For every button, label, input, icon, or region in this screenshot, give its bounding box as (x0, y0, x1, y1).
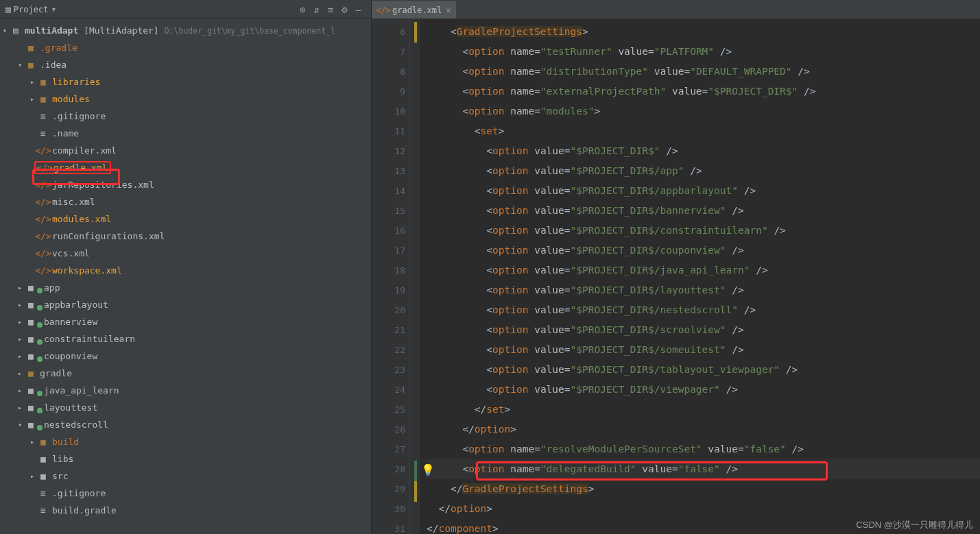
tree-item[interactable]: ▸■libraries (0, 73, 371, 90)
sort-icon[interactable]: ⇵ (313, 4, 319, 15)
code-line[interactable]: <option name="externalProjectPath" value… (427, 82, 980, 101)
code-line[interactable]: <GradleProjectSettings> (427, 22, 980, 42)
tree-item[interactable]: ≡.gitignore (0, 108, 371, 125)
code-line[interactable]: </set> (427, 400, 980, 420)
tree-item[interactable]: </>jarRepositories.xml (0, 176, 371, 193)
tree-item[interactable]: ≡.gitignore (0, 485, 371, 502)
tree-item[interactable]: </>workspace.xml (0, 262, 371, 279)
tree-item[interactable]: ▸■java_api_learn (0, 382, 371, 399)
tree-item[interactable]: ▾■nestedscroll (0, 416, 371, 433)
code-area: 6789101112131415161718192021222324252627… (372, 19, 980, 534)
tree-item[interactable]: </>gradle.xml (0, 159, 371, 176)
tree-item[interactable]: </>vcs.xml (0, 245, 371, 262)
code-line[interactable]: </option> (427, 499, 980, 519)
code-line[interactable]: <option value="$PROJECT_DIR$" /> (427, 141, 980, 161)
collapse-icon[interactable]: ≡ (328, 4, 333, 15)
tree-item[interactable]: ▸■src (0, 468, 371, 485)
code-line[interactable]: <option name="modules"> (427, 101, 980, 121)
code-line[interactable]: <option value="$PROJECT_DIR$/scroolview"… (427, 320, 980, 340)
editor-panel: </> gradle.xml × 67891011121314151617181… (372, 0, 980, 534)
intention-bulb-icon[interactable]: 💡 (421, 463, 435, 476)
tree-item[interactable]: ≡.name (0, 125, 371, 142)
code-line[interactable]: <option value="$PROJECT_DIR$/someuitest"… (427, 340, 980, 360)
code-line[interactable]: <option name="distributionType" value="D… (427, 62, 980, 82)
gutter-change-marks (414, 19, 417, 534)
tree-item[interactable]: ■libs (0, 450, 371, 468)
code-line[interactable]: <option value="$PROJECT_DIR$/constraintu… (427, 221, 980, 241)
code-line[interactable]: <option name="testRunner" value="PLATFOR… (427, 42, 980, 62)
tree-item[interactable]: ▸■couponview (0, 348, 371, 365)
code-line[interactable]: <option name="delegatedBuild" value="fal… (427, 459, 980, 479)
tree-item[interactable]: ▸■layouttest (0, 399, 371, 416)
tree-item[interactable]: ▸■appbarlayout (0, 296, 371, 313)
tree-item[interactable]: ▸■app (0, 279, 371, 296)
xml-file-icon: </> (377, 5, 390, 15)
code-line[interactable]: <option value="$PROJECT_DIR$/bannerview"… (427, 201, 980, 221)
tab-label: gradle.xml (392, 5, 442, 15)
tree-item[interactable]: </>misc.xml (0, 193, 371, 210)
code-content[interactable]: <GradleProjectSettings> <option name="te… (420, 19, 980, 534)
tree-root[interactable]: ▾▤multiAdapt [MultiAdapter]D:\buder_git\… (0, 22, 371, 39)
tree-item[interactable]: </>compiler.xml (0, 142, 371, 159)
project-panel: ▤ Project ▾ ⊕ ⇵ ≡ ⚙ — ▾▤multiAdapt [Mult… (0, 0, 372, 534)
tree-item[interactable]: ≡build.gradle (0, 502, 371, 519)
hide-icon[interactable]: — (356, 4, 361, 15)
code-line[interactable]: <option value="$PROJECT_DIR$/appbarlayou… (427, 181, 980, 201)
code-line[interactable]: <option value="$PROJECT_DIR$/layouttest"… (427, 280, 980, 300)
code-line[interactable]: <option value="$PROJECT_DIR$/viewpager" … (427, 380, 980, 400)
tree-item[interactable]: </>modules.xml (0, 210, 371, 228)
code-line[interactable]: <option value="$PROJECT_DIR$/nestedscrol… (427, 300, 980, 320)
tree-item[interactable]: ▸■gradle (0, 365, 371, 382)
project-title[interactable]: Project (14, 5, 49, 14)
watermark: CSDN @沙漠一只雕得儿得儿 (856, 519, 973, 531)
project-header: ▤ Project ▾ ⊕ ⇵ ≡ ⚙ — (0, 0, 371, 19)
tree-item[interactable]: ▸■constraintuilearn (0, 330, 371, 348)
code-line[interactable]: <option value="$PROJECT_DIR$/app" /> (427, 161, 980, 181)
tree-item[interactable]: </>runConfigurations.xml (0, 228, 371, 245)
chevron-down-icon[interactable]: ▾ (51, 4, 56, 14)
code-line[interactable]: <set> (427, 121, 980, 141)
tree-item[interactable]: ▸■build (0, 433, 371, 450)
project-icon: ▤ (5, 4, 11, 14)
tab-gradle-xml[interactable]: </> gradle.xml × (372, 1, 456, 19)
editor-tabs: </> gradle.xml × (372, 0, 980, 19)
line-gutter[interactable]: 6789101112131415161718192021222324252627… (372, 19, 410, 534)
code-line[interactable]: <option value="$PROJECT_DIR$/couponview"… (427, 241, 980, 260)
code-line[interactable]: </GradleProjectSettings> (427, 479, 980, 499)
code-line[interactable]: <option value="$PROJECT_DIR$/tablayout_v… (427, 360, 980, 380)
code-line[interactable]: <option name="resolveModulePerSourceSet"… (427, 439, 980, 459)
target-icon[interactable]: ⊕ (300, 4, 305, 15)
gear-icon[interactable]: ⚙ (342, 4, 347, 15)
tree-item[interactable]: ▸■bannerview (0, 313, 371, 330)
tree-item[interactable]: ▾■.idea (0, 56, 371, 73)
tree-item[interactable]: ■.gradle (0, 39, 371, 56)
close-icon[interactable]: × (446, 5, 451, 15)
code-line[interactable]: </option> (427, 420, 980, 439)
code-line[interactable]: <option value="$PROJECT_DIR$/java_api_le… (427, 260, 980, 280)
project-tree[interactable]: ▾▤multiAdapt [MultiAdapter]D:\buder_git\… (0, 19, 371, 534)
tree-item[interactable]: ▸■modules (0, 90, 371, 108)
